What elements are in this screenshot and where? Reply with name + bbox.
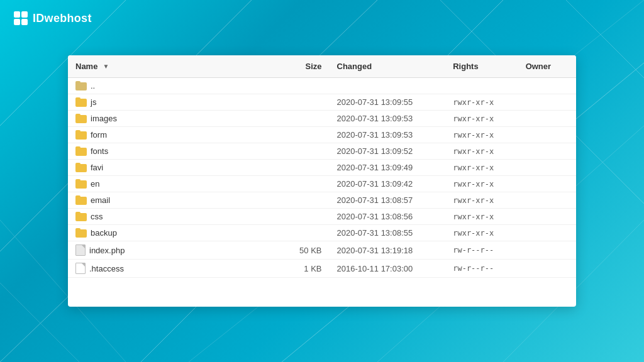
folder-icon [75,163,87,172]
file-name: favi [91,163,103,172]
file-name: form [91,130,107,140]
cell-changed: 2020-07-31 13:08:57 [330,192,446,209]
cell-rights: rwxr-xr-x [445,127,518,143]
cell-owner [518,192,576,209]
cell-changed: 2016-10-11 17:03:00 [330,260,446,278]
cell-rights: rwxr-xr-x [445,209,518,225]
file-name: js [91,97,96,107]
folder-icon [75,179,87,189]
table-row[interactable]: index.php50 KB2020-07-31 13:19:18rw-r--r… [68,241,576,260]
cell-rights [445,78,518,94]
cell-name: index.php [68,241,286,260]
table-row[interactable]: en2020-07-31 13:09:42rwxr-xr-x [68,176,576,192]
cell-rights: rw-r--r-- [445,241,518,260]
cell-size [286,143,329,160]
cell-rights: rwxr-xr-x [445,143,518,160]
file-name: fonts [91,146,108,156]
php-file-icon [75,244,86,256]
cell-size [286,192,329,209]
cell-rights: rwxr-xr-x [445,111,518,127]
cell-name: favi [68,160,286,176]
cell-owner [518,160,576,176]
table-row[interactable]: .htaccess1 KB2016-10-11 17:03:00rw-r--r-… [68,260,576,278]
table-row[interactable]: favi2020-07-31 13:09:49rwxr-xr-x [68,160,576,176]
cell-owner [518,111,576,127]
cell-changed: 2020-07-31 13:09:52 [330,143,446,160]
cell-rights: rwxr-xr-x [445,176,518,192]
cell-owner [518,176,576,192]
cell-size: 1 KB [286,260,329,278]
col-header-rights[interactable]: Rights [445,55,518,78]
cell-size: 50 KB [286,241,329,260]
cell-name: fonts [68,143,286,160]
cell-owner [518,143,576,160]
col-header-owner[interactable]: Owner [518,55,576,78]
file-table: Name ▼ Size Changed Rights Owner ..js202… [68,55,576,278]
cell-size [286,111,329,127]
cell-changed: 2020-07-31 13:08:56 [330,209,446,225]
cell-size [286,176,329,192]
cell-name: form [68,127,286,143]
cell-changed: 2020-07-31 13:09:42 [330,176,446,192]
file-name: backup [91,228,117,238]
cell-rights: rw-r--r-- [445,260,518,278]
cell-name: js [68,94,286,111]
cell-owner [518,225,576,241]
cell-size [286,225,329,241]
cell-rights: rwxr-xr-x [445,94,518,111]
folder-icon [75,97,87,107]
cell-changed: 2020-07-31 13:19:18 [330,241,446,260]
cell-size [286,78,329,94]
logo-bar: IDwebhost [14,11,92,25]
cell-rights: rwxr-xr-x [445,225,518,241]
cell-size [286,127,329,143]
folder-icon [75,195,87,205]
table-header-row: Name ▼ Size Changed Rights Owner [68,55,576,78]
file-name: css [91,212,103,221]
col-header-size[interactable]: Size [286,55,329,78]
table-row[interactable]: js2020-07-31 13:09:55rwxr-xr-x [68,94,576,111]
cell-name: en [68,176,286,192]
file-name: .. [91,81,95,90]
sort-arrow-icon: ▼ [103,63,109,70]
col-header-changed[interactable]: Changed [330,55,446,78]
cell-changed: 2020-07-31 13:08:55 [330,225,446,241]
cell-changed: 2020-07-31 13:09:53 [330,127,446,143]
folder-icon [75,228,87,238]
cell-owner [518,78,576,94]
cell-size [286,209,329,225]
file-name: en [91,179,99,189]
svg-line-9 [566,0,644,78]
folder-icon [75,212,87,221]
folder-icon [75,130,87,140]
file-name: index.php [89,246,125,255]
file-name: email [91,195,110,205]
table-row[interactable]: images2020-07-31 13:09:53rwxr-xr-x [68,111,576,127]
cell-size [286,94,329,111]
cell-owner [518,260,576,278]
cell-name: backup [68,225,286,241]
cell-owner [518,241,576,260]
table-row[interactable]: .. [68,78,576,94]
cell-name: images [68,111,286,127]
logo-icon [14,11,28,25]
parent-folder-icon [75,81,87,90]
cell-rights: rwxr-xr-x [445,160,518,176]
table-row[interactable]: css2020-07-31 13:08:56rwxr-xr-x [68,209,576,225]
cell-changed: 2020-07-31 13:09:53 [330,111,446,127]
folder-icon [75,146,87,156]
cell-name: css [68,209,286,225]
cell-name: .. [68,78,286,94]
table-row[interactable]: backup2020-07-31 13:08:55rwxr-xr-x [68,225,576,241]
col-header-name[interactable]: Name ▼ [68,55,286,78]
cell-changed: 2020-07-31 13:09:55 [330,94,446,111]
file-manager-window: Name ▼ Size Changed Rights Owner ..js202… [68,55,576,307]
table-row[interactable]: form2020-07-31 13:09:53rwxr-xr-x [68,127,576,143]
cell-rights: rwxr-xr-x [445,192,518,209]
cell-name: .htaccess [68,260,286,278]
table-row[interactable]: fonts2020-07-31 13:09:52rwxr-xr-x [68,143,576,160]
file-name: images [91,114,117,123]
cell-owner [518,94,576,111]
table-row[interactable]: email2020-07-31 13:08:57rwxr-xr-x [68,192,576,209]
cell-changed [330,78,446,94]
